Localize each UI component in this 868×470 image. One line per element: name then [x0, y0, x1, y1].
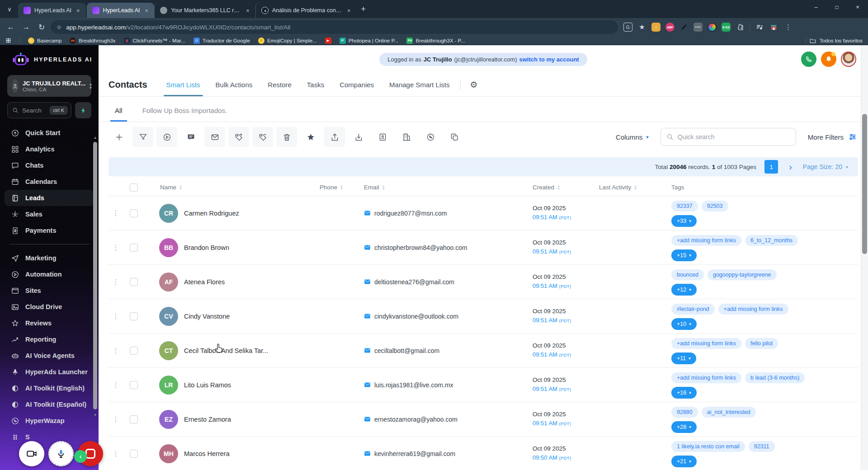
more-tags-button[interactable]: +28▾: [671, 421, 697, 433]
maximize-button[interactable]: □: [826, 0, 847, 14]
phone-button[interactable]: [801, 52, 816, 67]
sidebar-item-hyperwazap[interactable]: HyperWazap: [0, 413, 99, 429]
row-checkbox[interactable]: [130, 244, 138, 252]
extension-icon[interactable]: ∴: [651, 23, 660, 32]
sidebar-item-sales[interactable]: Sales: [0, 206, 99, 222]
sort-icon[interactable]: ▲▼: [340, 185, 343, 190]
tab-tasks[interactable]: Tasks: [307, 73, 324, 96]
row-menu-icon[interactable]: ⋮: [108, 381, 123, 389]
quick-actions-button[interactable]: [75, 102, 91, 118]
tab-close-icon[interactable]: ×: [75, 7, 81, 14]
row-checkbox[interactable]: [130, 450, 138, 458]
sidebar-item-marketing[interactable]: Marketing: [0, 250, 99, 266]
microphone-button[interactable]: [48, 441, 74, 466]
contact-email[interactable]: ernestozamorag@yahoo.com: [374, 416, 458, 423]
bookmark-item[interactable]: )(ClickFunnels™ - Mar...: [124, 38, 185, 44]
tag-pill[interactable]: b lead (3-6 months): [745, 372, 805, 383]
row-menu-icon[interactable]: ⋮: [108, 450, 123, 458]
tab-close-icon[interactable]: ×: [144, 7, 150, 14]
row-menu-icon[interactable]: ⋮: [108, 312, 123, 320]
url-input[interactable]: ⊙ app.hyperleadsai.com/v2/location/47w9R…: [51, 20, 618, 34]
more-tags-button[interactable]: +12▾: [671, 284, 697, 296]
email-button[interactable]: [204, 127, 225, 147]
extension-icon[interactable]: [708, 23, 717, 32]
sort-icon[interactable]: ▲▼: [634, 185, 637, 190]
contact-name[interactable]: Atenea Flores: [184, 278, 225, 286]
contact-email[interactable]: deltiostenea276@gmail.com: [374, 278, 454, 286]
tag-pill[interactable]: ai_not_interested: [702, 407, 756, 418]
row-checkbox[interactable]: [130, 347, 138, 355]
table-row[interactable]: ⋮ EZErnesto Zamora ernestozamorag@yahoo.…: [108, 402, 858, 436]
browser-tab[interactable]: Your Marketers365 LLC receipt | ×: [154, 3, 255, 18]
sort-icon[interactable]: ▲▼: [382, 185, 385, 190]
all-bookmarks-button[interactable]: Todos los favoritos: [806, 38, 863, 43]
scroll-down-arrow[interactable]: ▼: [93, 413, 97, 417]
notifications-button[interactable]: [821, 52, 836, 67]
tag-pill[interactable]: +add missing form links: [671, 235, 741, 246]
tag-pill[interactable]: +add missing form links: [671, 372, 741, 383]
reload-button[interactable]: ↻: [35, 21, 48, 33]
sidebar-item-hyperads-launcher[interactable]: HyperAds Launcher: [0, 364, 99, 380]
more-tags-button[interactable]: +10▾: [671, 318, 697, 330]
tab-close-icon[interactable]: ×: [346, 7, 352, 14]
adblock-extension-icon[interactable]: ABP: [665, 23, 675, 32]
table-row[interactable]: ⋮ CRCarmen Rodriguez rodriguez8077@msn.c…: [108, 196, 858, 230]
next-page-button[interactable]: ›: [786, 162, 795, 172]
bookmark-item[interactable]: PHBreakthrough3X - P...: [406, 38, 465, 44]
tab-companies[interactable]: Companies: [340, 73, 374, 96]
sms-button[interactable]: [180, 127, 201, 147]
table-row[interactable]: ⋮ LRLito Luis Ramos luis.rojas1981@live.…: [108, 367, 858, 402]
sort-icon[interactable]: ▲▼: [179, 185, 182, 190]
favorite-button[interactable]: [300, 127, 321, 147]
sidebar-item-cloud-drive[interactable]: Cloud Drive: [0, 299, 99, 315]
sidebar-item-calendars[interactable]: Calendars: [0, 174, 99, 190]
row-checkbox[interactable]: [130, 278, 138, 286]
contact-email[interactable]: kevinherrera619@gmail.com: [374, 450, 455, 457]
bookmark-item[interactable]: ☺EmojiCopy | Simple...: [258, 38, 317, 44]
user-avatar[interactable]: [841, 52, 856, 67]
sidebar-item-sites[interactable]: Sites: [0, 282, 99, 299]
contact-name[interactable]: Cindy Vanstone: [184, 313, 230, 320]
translate-icon[interactable]: G: [623, 23, 632, 32]
remove-tag-button[interactable]: [252, 127, 273, 147]
column-header-created[interactable]: Created▲▼: [533, 184, 599, 191]
forward-button[interactable]: →: [20, 21, 33, 33]
tag-pill[interactable]: +add missing form links: [718, 304, 788, 315]
sidebar-item-automation[interactable]: Automation: [0, 266, 99, 282]
more-tags-button[interactable]: +16▾: [671, 387, 697, 399]
close-window-button[interactable]: ×: [847, 0, 868, 14]
export-button[interactable]: [324, 127, 345, 147]
column-header-email[interactable]: Email▲▼: [364, 184, 533, 191]
subtab-follow-up-boss[interactable]: Follow Up Boss Importados.: [142, 107, 227, 122]
contact-email[interactable]: cindykvanstone@outlook.com: [374, 313, 458, 320]
settings-gear-icon[interactable]: ⚙: [470, 80, 477, 90]
sidebar-item-quick-start[interactable]: Quick Start: [0, 125, 99, 141]
duplicate-button[interactable]: [444, 127, 465, 147]
extensions-puzzle-icon[interactable]: [736, 23, 745, 32]
sidebar-item-analytics[interactable]: Analytics: [0, 141, 99, 157]
apps-grid-icon[interactable]: [5, 38, 11, 43]
timer-extension-icon[interactable]: 0:03: [722, 23, 731, 32]
column-header-last-activity[interactable]: Last Activity▲▼: [599, 184, 671, 191]
tab-bulk-actions[interactable]: Bulk Actions: [216, 73, 253, 96]
company-button[interactable]: [396, 127, 417, 147]
bookmark-item[interactable]: ▶: [325, 38, 331, 44]
row-menu-icon[interactable]: ⋮: [108, 278, 123, 286]
contact-name[interactable]: Cecil Talbott And Selika Tar...: [184, 347, 268, 354]
row-menu-icon[interactable]: ⋮: [108, 244, 123, 252]
scroll-up-arrow[interactable]: ▲: [93, 136, 97, 140]
tag-pill[interactable]: 92503: [702, 201, 728, 212]
site-info-icon[interactable]: ⊙: [57, 24, 61, 30]
columns-dropdown[interactable]: Columns▾: [616, 133, 649, 141]
scrollbar-thumb[interactable]: [93, 142, 97, 409]
browser-tab-active[interactable]: HyperLeads AI ×: [87, 3, 155, 18]
browser-menu-icon[interactable]: ⋮: [783, 23, 793, 31]
more-tags-button[interactable]: +11▾: [671, 352, 696, 364]
page-size-dropdown[interactable]: Page Size: 20▾: [803, 163, 848, 170]
bookmark-star-icon[interactable]: ★: [637, 23, 646, 32]
sidebar-item-ai-toolkit-espanol[interactable]: AI Toolkit (Español): [0, 396, 99, 413]
more-tags-button[interactable]: +33▾: [671, 215, 697, 227]
filter-button[interactable]: [132, 127, 153, 147]
tab-search-icon[interactable]: ∨: [4, 3, 15, 15]
column-header-phone[interactable]: Phone▲▼: [320, 184, 364, 191]
